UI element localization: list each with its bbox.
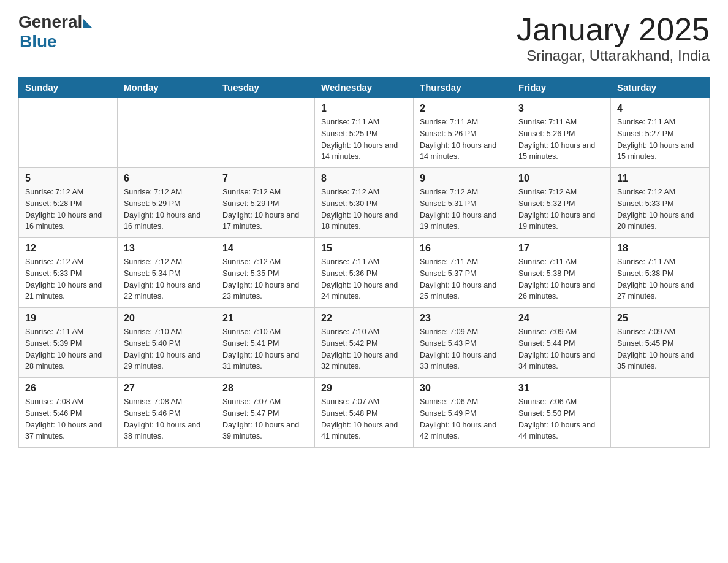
calendar-cell: 20Sunrise: 7:10 AM Sunset: 5:40 PM Dayli… (118, 308, 216, 378)
logo: General Blue (18, 12, 92, 52)
calendar-cell: 26Sunrise: 7:08 AM Sunset: 5:46 PM Dayli… (19, 378, 118, 448)
day-number: 22 (321, 313, 407, 324)
calendar-cell: 16Sunrise: 7:11 AM Sunset: 5:37 PM Dayli… (414, 238, 512, 308)
day-number: 5 (25, 173, 111, 184)
day-info: Sunrise: 7:11 AM Sunset: 5:27 PM Dayligh… (617, 117, 703, 163)
day-number: 7 (222, 173, 308, 184)
logo-general-text: General (18, 12, 82, 32)
calendar-cell: 23Sunrise: 7:09 AM Sunset: 5:43 PM Dayli… (414, 308, 512, 378)
day-number: 17 (518, 243, 604, 254)
calendar-cell: 30Sunrise: 7:06 AM Sunset: 5:49 PM Dayli… (414, 378, 512, 448)
calendar-cell: 15Sunrise: 7:11 AM Sunset: 5:36 PM Dayli… (315, 238, 414, 308)
day-number: 20 (124, 313, 210, 324)
calendar-cell: 21Sunrise: 7:10 AM Sunset: 5:41 PM Dayli… (216, 308, 315, 378)
day-number: 23 (420, 313, 506, 324)
day-info: Sunrise: 7:07 AM Sunset: 5:47 PM Dayligh… (222, 396, 308, 442)
day-info: Sunrise: 7:10 AM Sunset: 5:41 PM Dayligh… (222, 326, 308, 372)
calendar-cell: 12Sunrise: 7:12 AM Sunset: 5:33 PM Dayli… (19, 238, 118, 308)
day-info: Sunrise: 7:11 AM Sunset: 5:38 PM Dayligh… (617, 256, 703, 302)
calendar-week-row: 1Sunrise: 7:11 AM Sunset: 5:25 PM Daylig… (19, 98, 710, 168)
calendar-cell: 29Sunrise: 7:07 AM Sunset: 5:48 PM Dayli… (315, 378, 414, 448)
day-number: 19 (25, 313, 111, 324)
day-number: 15 (321, 243, 407, 254)
day-info: Sunrise: 7:12 AM Sunset: 5:33 PM Dayligh… (25, 256, 111, 302)
day-info: Sunrise: 7:11 AM Sunset: 5:26 PM Dayligh… (518, 117, 604, 163)
day-info: Sunrise: 7:11 AM Sunset: 5:25 PM Dayligh… (321, 117, 407, 163)
calendar-cell: 3Sunrise: 7:11 AM Sunset: 5:26 PM Daylig… (512, 98, 611, 168)
calendar-cell: 6Sunrise: 7:12 AM Sunset: 5:29 PM Daylig… (118, 168, 216, 238)
calendar-cell: 14Sunrise: 7:12 AM Sunset: 5:35 PM Dayli… (216, 238, 315, 308)
day-number: 30 (420, 383, 506, 394)
calendar-cell: 4Sunrise: 7:11 AM Sunset: 5:27 PM Daylig… (611, 98, 710, 168)
day-info: Sunrise: 7:10 AM Sunset: 5:42 PM Dayligh… (321, 326, 407, 372)
calendar-cell (611, 378, 710, 448)
calendar-cell: 22Sunrise: 7:10 AM Sunset: 5:42 PM Dayli… (315, 308, 414, 378)
calendar-cell: 8Sunrise: 7:12 AM Sunset: 5:30 PM Daylig… (315, 168, 414, 238)
day-number: 10 (518, 173, 604, 184)
day-info: Sunrise: 7:08 AM Sunset: 5:46 PM Dayligh… (25, 396, 111, 442)
logo-arrow-icon (83, 19, 92, 28)
day-info: Sunrise: 7:11 AM Sunset: 5:39 PM Dayligh… (25, 326, 111, 372)
day-number: 29 (321, 383, 407, 394)
page-header: General Blue January 2025 Srinagar, Utta… (18, 12, 710, 64)
calendar-table: SundayMondayTuesdayWednesdayThursdayFrid… (18, 77, 710, 448)
logo-blue-text: Blue (20, 32, 57, 52)
calendar-cell: 17Sunrise: 7:11 AM Sunset: 5:38 PM Dayli… (512, 238, 611, 308)
day-info: Sunrise: 7:07 AM Sunset: 5:48 PM Dayligh… (321, 396, 407, 442)
day-number: 13 (124, 243, 210, 254)
weekday-header: Friday (512, 77, 611, 98)
weekday-header: Sunday (19, 77, 118, 98)
day-number: 24 (518, 313, 604, 324)
day-number: 12 (25, 243, 111, 254)
day-info: Sunrise: 7:12 AM Sunset: 5:31 PM Dayligh… (420, 186, 506, 232)
day-number: 11 (617, 173, 703, 184)
day-number: 3 (518, 103, 604, 114)
title-block: January 2025 Srinagar, Uttarakhand, Indi… (517, 12, 710, 64)
calendar-cell: 13Sunrise: 7:12 AM Sunset: 5:34 PM Dayli… (118, 238, 216, 308)
day-info: Sunrise: 7:06 AM Sunset: 5:50 PM Dayligh… (518, 396, 604, 442)
weekday-header: Monday (118, 77, 216, 98)
day-number: 6 (124, 173, 210, 184)
day-number: 28 (222, 383, 308, 394)
day-number: 16 (420, 243, 506, 254)
calendar-cell: 2Sunrise: 7:11 AM Sunset: 5:26 PM Daylig… (414, 98, 512, 168)
calendar-week-row: 26Sunrise: 7:08 AM Sunset: 5:46 PM Dayli… (19, 378, 710, 448)
day-info: Sunrise: 7:11 AM Sunset: 5:38 PM Dayligh… (518, 256, 604, 302)
weekday-header: Tuesday (216, 77, 315, 98)
day-info: Sunrise: 7:12 AM Sunset: 5:29 PM Dayligh… (222, 186, 308, 232)
day-number: 4 (617, 103, 703, 114)
day-info: Sunrise: 7:09 AM Sunset: 5:45 PM Dayligh… (617, 326, 703, 372)
day-info: Sunrise: 7:09 AM Sunset: 5:44 PM Dayligh… (518, 326, 604, 372)
day-number: 2 (420, 103, 506, 114)
day-info: Sunrise: 7:12 AM Sunset: 5:30 PM Dayligh… (321, 186, 407, 232)
day-number: 18 (617, 243, 703, 254)
calendar-cell (118, 98, 216, 168)
calendar-week-row: 12Sunrise: 7:12 AM Sunset: 5:33 PM Dayli… (19, 238, 710, 308)
weekday-header: Saturday (611, 77, 710, 98)
calendar-cell: 18Sunrise: 7:11 AM Sunset: 5:38 PM Dayli… (611, 238, 710, 308)
day-number: 27 (124, 383, 210, 394)
calendar-week-row: 19Sunrise: 7:11 AM Sunset: 5:39 PM Dayli… (19, 308, 710, 378)
calendar-cell: 7Sunrise: 7:12 AM Sunset: 5:29 PM Daylig… (216, 168, 315, 238)
day-number: 1 (321, 103, 407, 114)
calendar-cell: 10Sunrise: 7:12 AM Sunset: 5:32 PM Dayli… (512, 168, 611, 238)
day-info: Sunrise: 7:12 AM Sunset: 5:33 PM Dayligh… (617, 186, 703, 232)
calendar-cell: 25Sunrise: 7:09 AM Sunset: 5:45 PM Dayli… (611, 308, 710, 378)
day-info: Sunrise: 7:12 AM Sunset: 5:32 PM Dayligh… (518, 186, 604, 232)
calendar-cell: 28Sunrise: 7:07 AM Sunset: 5:47 PM Dayli… (216, 378, 315, 448)
day-number: 14 (222, 243, 308, 254)
calendar-cell: 5Sunrise: 7:12 AM Sunset: 5:28 PM Daylig… (19, 168, 118, 238)
day-info: Sunrise: 7:12 AM Sunset: 5:34 PM Dayligh… (124, 256, 210, 302)
calendar-cell: 31Sunrise: 7:06 AM Sunset: 5:50 PM Dayli… (512, 378, 611, 448)
day-info: Sunrise: 7:06 AM Sunset: 5:49 PM Dayligh… (420, 396, 506, 442)
day-info: Sunrise: 7:12 AM Sunset: 5:28 PM Dayligh… (25, 186, 111, 232)
day-info: Sunrise: 7:11 AM Sunset: 5:26 PM Dayligh… (420, 117, 506, 163)
day-info: Sunrise: 7:08 AM Sunset: 5:46 PM Dayligh… (124, 396, 210, 442)
day-number: 31 (518, 383, 604, 394)
day-info: Sunrise: 7:12 AM Sunset: 5:29 PM Dayligh… (124, 186, 210, 232)
day-number: 26 (25, 383, 111, 394)
calendar-cell: 11Sunrise: 7:12 AM Sunset: 5:33 PM Dayli… (611, 168, 710, 238)
calendar-cell: 24Sunrise: 7:09 AM Sunset: 5:44 PM Dayli… (512, 308, 611, 378)
page-subtitle: Srinagar, Uttarakhand, India (517, 47, 710, 64)
calendar-cell: 1Sunrise: 7:11 AM Sunset: 5:25 PM Daylig… (315, 98, 414, 168)
